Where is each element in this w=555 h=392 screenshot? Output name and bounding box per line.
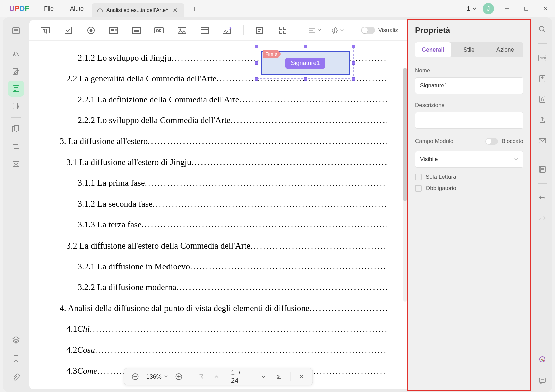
- document-area: T| OK Visualiz 2.1.2 Lo sviluppo di Jing…: [29, 20, 407, 389]
- svg-text:T|: T|: [43, 28, 47, 33]
- tab-style[interactable]: Stile: [451, 42, 487, 57]
- chevron-down-icon: [318, 29, 321, 32]
- ocr-button[interactable]: OCR: [536, 51, 549, 65]
- required-checkbox[interactable]: [415, 185, 422, 192]
- window-minimize-button[interactable]: [500, 2, 514, 15]
- search-button[interactable]: [536, 23, 549, 36]
- share-button[interactable]: [536, 113, 549, 127]
- button-tool[interactable]: OK: [152, 24, 166, 37]
- align-grid-tool[interactable]: [276, 24, 289, 37]
- zoom-in-button[interactable]: [175, 372, 183, 382]
- reader-mode-button[interactable]: [8, 23, 24, 39]
- zoom-dropdown[interactable]: 136%: [146, 373, 168, 380]
- redact-tool-button[interactable]: [8, 156, 24, 172]
- tools-dropdown[interactable]: [330, 24, 344, 37]
- zoom-out-button[interactable]: [131, 372, 140, 382]
- layers-button[interactable]: [8, 332, 24, 348]
- svg-rect-61: [539, 378, 545, 382]
- locked-toggle[interactable]: [485, 138, 498, 145]
- cloud-icon: [97, 8, 103, 13]
- alignment-dropdown[interactable]: [308, 24, 321, 37]
- resize-handle-w[interactable]: [255, 61, 258, 65]
- listbox-tool[interactable]: [130, 24, 143, 37]
- svg-point-18: [90, 29, 92, 32]
- radio-tool[interactable]: [84, 24, 98, 37]
- undo-button[interactable]: [536, 191, 549, 204]
- first-page-button[interactable]: [197, 372, 206, 382]
- resize-handle-n[interactable]: [304, 45, 307, 48]
- preview-toggle[interactable]: [361, 27, 375, 34]
- properties-title: Proprietà: [415, 26, 523, 35]
- convert-button[interactable]: [536, 72, 549, 85]
- crop-tool-button[interactable]: [8, 138, 24, 155]
- dropdown-tool[interactable]: [107, 24, 120, 37]
- text-field-tool[interactable]: T|: [39, 24, 52, 37]
- menu-file[interactable]: File: [36, 0, 62, 17]
- page-indicator[interactable]: 1 / 24: [228, 369, 252, 384]
- svg-text:OK: OK: [156, 29, 162, 33]
- name-input[interactable]: [415, 77, 523, 94]
- toc-line: 3.1 La diffusione all'estero di Jingju .…: [49, 152, 387, 173]
- doc-count-dropdown[interactable]: 1: [467, 5, 477, 12]
- edit-tool-button[interactable]: [8, 63, 24, 79]
- current-page: 1: [231, 369, 235, 376]
- prev-page-button[interactable]: [212, 372, 221, 382]
- svg-rect-1: [525, 7, 528, 10]
- align-single-tool[interactable]: [253, 24, 266, 37]
- user-avatar[interactable]: J: [483, 3, 494, 14]
- resize-handle-sw[interactable]: [255, 77, 258, 81]
- signature-field[interactable]: Firma Signature1: [257, 47, 354, 79]
- visibility-select[interactable]: Visibile: [415, 151, 523, 168]
- attachment-button[interactable]: [8, 369, 24, 385]
- close-navbar-button[interactable]: [297, 372, 306, 382]
- locked-label: Bloccato: [502, 138, 523, 145]
- feedback-button[interactable]: [536, 374, 549, 387]
- document-viewport[interactable]: 2.1.2 Lo sviluppo di Jingju ............…: [29, 41, 407, 389]
- email-button[interactable]: [536, 134, 549, 148]
- document-tab[interactable]: Analisi ed es...ia dell'Arte* ✕: [92, 3, 184, 17]
- page-tool-button[interactable]: [8, 121, 24, 137]
- bookmark-button[interactable]: [8, 351, 24, 367]
- navigation-bar: 136% 1 / 24: [124, 368, 313, 385]
- resize-handle-s[interactable]: [304, 77, 307, 81]
- toc-line: 3.1.3 La terza fase.....................…: [49, 214, 387, 235]
- ai-assistant-button[interactable]: [536, 353, 549, 367]
- window-maximize-button[interactable]: [520, 2, 533, 15]
- checkbox-tool[interactable]: [62, 24, 75, 37]
- image-field-tool[interactable]: [175, 24, 189, 37]
- tab-general[interactable]: Generali: [415, 42, 451, 57]
- svg-rect-38: [279, 27, 282, 30]
- date-field-tool[interactable]: [198, 24, 211, 37]
- last-page-button[interactable]: [274, 372, 283, 382]
- tab-add-button[interactable]: ＋: [184, 4, 205, 14]
- resize-handle-ne[interactable]: [352, 45, 355, 48]
- toc-line: 4.2 Cosa ...............................…: [49, 339, 387, 360]
- scrollbar-thumb[interactable]: [403, 68, 407, 201]
- readonly-checkbox[interactable]: [415, 174, 422, 180]
- toc-line: 3.2 La diffusione all'estero della Comme…: [49, 235, 387, 256]
- preview-label: Visualiz: [378, 27, 398, 34]
- tab-action[interactable]: Azione: [487, 42, 523, 57]
- form-tool-button[interactable]: [8, 81, 24, 97]
- chevron-down-icon: [164, 375, 168, 378]
- svg-rect-40: [279, 31, 282, 34]
- protect-button[interactable]: [536, 93, 549, 106]
- resize-handle-nw[interactable]: [255, 45, 258, 48]
- window-close-button[interactable]: [539, 2, 552, 15]
- signature-field-tool[interactable]: [221, 24, 234, 37]
- svg-rect-12: [14, 126, 18, 131]
- resize-handle-e[interactable]: [352, 61, 355, 65]
- next-page-button[interactable]: [259, 372, 268, 382]
- comment-tool-button[interactable]: [8, 46, 24, 62]
- readonly-label: Sola Lettura: [426, 174, 456, 180]
- organize-tool-button[interactable]: [8, 98, 24, 114]
- save-button[interactable]: [536, 163, 549, 176]
- vertical-scrollbar[interactable]: [403, 68, 407, 302]
- description-input[interactable]: [415, 112, 523, 129]
- menu-help[interactable]: Aiuto: [62, 0, 92, 17]
- tab-title: Analisi ed es...ia dell'Arte*: [106, 7, 168, 13]
- tab-close-button[interactable]: ✕: [171, 7, 179, 14]
- chevron-down-icon: [340, 29, 344, 32]
- redo-button[interactable]: [536, 212, 549, 225]
- resize-handle-se[interactable]: [352, 77, 355, 81]
